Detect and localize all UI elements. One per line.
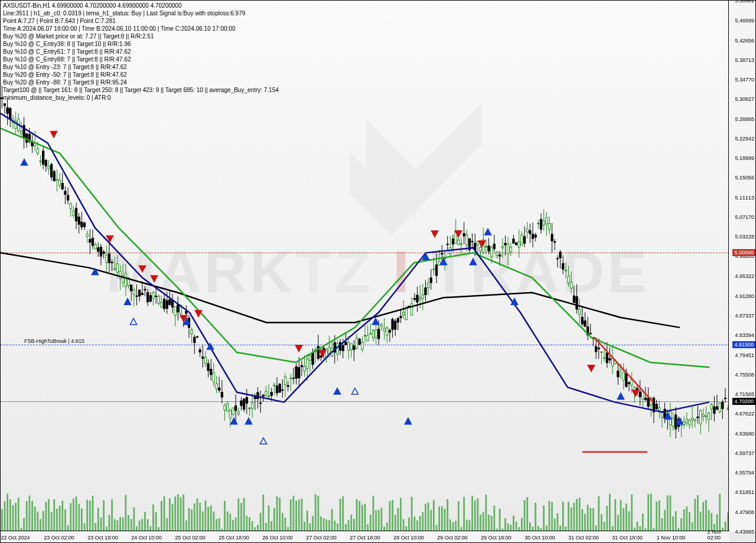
svg-rect-256 bbox=[235, 405, 237, 410]
svg-rect-518 bbox=[474, 501, 476, 532]
svg-rect-421 bbox=[386, 328, 388, 335]
svg-rect-178 bbox=[163, 299, 165, 309]
svg-rect-598 bbox=[548, 224, 550, 230]
svg-rect-491 bbox=[449, 519, 451, 532]
svg-rect-83 bbox=[76, 496, 77, 532]
svg-rect-176 bbox=[161, 501, 162, 532]
svg-rect-623 bbox=[571, 508, 572, 532]
price-tag-current: 4.70200 bbox=[732, 398, 755, 405]
svg-rect-718 bbox=[659, 408, 660, 410]
svg-rect-217 bbox=[199, 350, 201, 352]
svg-rect-89 bbox=[81, 508, 83, 532]
svg-rect-202 bbox=[185, 311, 187, 313]
svg-rect-158 bbox=[144, 512, 146, 532]
svg-rect-193 bbox=[177, 305, 179, 312]
svg-rect-539 bbox=[493, 506, 495, 532]
svg-rect-26 bbox=[23, 518, 25, 532]
svg-rect-760 bbox=[697, 417, 699, 418]
svg-marker-824 bbox=[588, 365, 594, 372]
svg-rect-334 bbox=[307, 359, 308, 368]
svg-rect-98 bbox=[89, 501, 91, 532]
svg-rect-263 bbox=[240, 503, 242, 532]
svg-rect-107 bbox=[97, 508, 99, 532]
svg-rect-322 bbox=[295, 367, 297, 378]
svg-marker-808 bbox=[245, 418, 252, 424]
svg-rect-62 bbox=[56, 509, 58, 532]
svg-rect-416 bbox=[381, 508, 383, 532]
svg-rect-362 bbox=[331, 509, 333, 532]
svg-rect-593 bbox=[543, 505, 545, 532]
svg-rect-379 bbox=[347, 342, 349, 350]
svg-rect-160 bbox=[146, 293, 148, 302]
svg-rect-214 bbox=[196, 336, 198, 337]
svg-rect-358 bbox=[328, 347, 330, 353]
svg-rect-154 bbox=[141, 293, 143, 295]
svg-rect-710 bbox=[650, 494, 652, 532]
svg-rect-349 bbox=[320, 356, 322, 358]
svg-rect-532 bbox=[488, 246, 490, 251]
info-line: Buy %20 @ Market price or at: 7.27 || Ta… bbox=[3, 32, 279, 40]
svg-rect-140 bbox=[128, 515, 129, 532]
svg-rect-731 bbox=[669, 495, 671, 532]
svg-rect-151 bbox=[139, 290, 141, 296]
svg-rect-559 bbox=[513, 239, 514, 243]
info-line: Point A:7.27 | Point B:7.643 | Point C:7… bbox=[3, 17, 279, 25]
svg-rect-614 bbox=[562, 502, 564, 532]
svg-rect-86 bbox=[78, 504, 80, 532]
svg-rect-124 bbox=[114, 269, 116, 270]
svg-rect-374 bbox=[342, 496, 344, 532]
svg-rect-265 bbox=[243, 399, 245, 410]
svg-rect-373 bbox=[342, 345, 344, 351]
svg-rect-181 bbox=[166, 300, 168, 309]
svg-marker-800 bbox=[130, 318, 136, 325]
svg-rect-289 bbox=[265, 391, 267, 395]
svg-rect-770 bbox=[705, 500, 707, 532]
svg-marker-801 bbox=[139, 266, 145, 272]
svg-rect-10 bbox=[9, 109, 11, 119]
svg-rect-221 bbox=[202, 511, 204, 532]
svg-rect-388 bbox=[356, 338, 357, 349]
svg-rect-385 bbox=[353, 346, 355, 349]
svg-rect-667 bbox=[611, 358, 613, 366]
svg-rect-260 bbox=[237, 498, 239, 532]
svg-rect-259 bbox=[237, 412, 239, 414]
svg-rect-772 bbox=[708, 413, 709, 420]
svg-rect-790 bbox=[724, 398, 726, 399]
svg-rect-613 bbox=[562, 263, 564, 269]
svg-rect-475 bbox=[435, 265, 437, 276]
svg-rect-565 bbox=[518, 242, 520, 247]
svg-rect-47 bbox=[43, 511, 44, 532]
svg-rect-85 bbox=[78, 217, 80, 224]
svg-rect-136 bbox=[125, 273, 126, 286]
svg-rect-395 bbox=[361, 505, 363, 532]
chart-container[interactable]: MARKTZ I TRADE AXSUSDT-Bin,H1 4.69900000… bbox=[0, 0, 756, 543]
svg-rect-50 bbox=[45, 502, 47, 532]
svg-rect-38 bbox=[34, 506, 36, 532]
svg-line-829 bbox=[594, 338, 653, 403]
svg-marker-814 bbox=[372, 318, 379, 325]
svg-rect-76 bbox=[70, 204, 71, 209]
svg-rect-101 bbox=[92, 496, 94, 532]
svg-rect-305 bbox=[279, 498, 281, 532]
svg-rect-40 bbox=[37, 149, 38, 153]
svg-rect-241 bbox=[221, 392, 223, 397]
svg-rect-631 bbox=[579, 309, 581, 315]
svg-rect-280 bbox=[257, 392, 259, 398]
svg-rect-95 bbox=[86, 500, 88, 532]
svg-rect-502 bbox=[460, 244, 462, 244]
svg-rect-568 bbox=[521, 235, 523, 245]
svg-marker-810 bbox=[295, 345, 302, 352]
svg-rect-758 bbox=[694, 499, 696, 532]
svg-rect-415 bbox=[380, 325, 382, 326]
svg-rect-535 bbox=[491, 247, 493, 257]
svg-rect-112 bbox=[103, 252, 105, 254]
svg-rect-319 bbox=[292, 378, 294, 378]
svg-rect-106 bbox=[97, 248, 99, 251]
svg-rect-131 bbox=[119, 517, 121, 532]
svg-rect-70 bbox=[64, 191, 66, 194]
svg-rect-232 bbox=[213, 373, 214, 382]
svg-rect-313 bbox=[287, 385, 289, 387]
svg-rect-626 bbox=[573, 503, 575, 532]
svg-rect-329 bbox=[301, 499, 303, 532]
svg-rect-394 bbox=[361, 342, 363, 349]
